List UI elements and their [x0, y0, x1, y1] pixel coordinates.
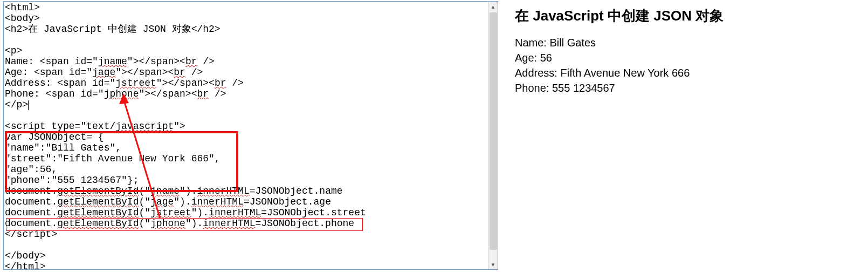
- preview-name-value: Bill Gates: [549, 37, 596, 49]
- preview-age-value: 56: [540, 52, 552, 64]
- preview-age-label: Age:: [515, 52, 540, 64]
- preview-column: 在 JavaScript 中创建 JSON 对象 Name: Bill Gate…: [504, 0, 868, 279]
- preview-address-label: Address:: [515, 67, 560, 79]
- preview-phone-value: 555 1234567: [552, 82, 615, 94]
- preview-name-label: Name:: [515, 37, 549, 49]
- code-editor[interactable]: <html> <body> <h2>在 JavaScript 中创建 JSON …: [3, 1, 498, 270]
- preview-output: Name: Bill Gates Age: 56 Address: Fifth …: [515, 35, 863, 96]
- editor-column: ··· <html> <body> <h2>在 JavaScript 中创建 J…: [0, 0, 504, 279]
- preview-heading: 在 JavaScript 中创建 JSON 对象: [515, 6, 863, 25]
- preview-phone-label: Phone:: [515, 82, 552, 94]
- code-content[interactable]: <html> <body> <h2>在 JavaScript 中创建 JSON …: [4, 2, 498, 270]
- page-root: ··· <html> <body> <h2>在 JavaScript 中创建 J…: [0, 0, 868, 279]
- preview-address-value: Fifth Avenue New York 666: [560, 67, 690, 79]
